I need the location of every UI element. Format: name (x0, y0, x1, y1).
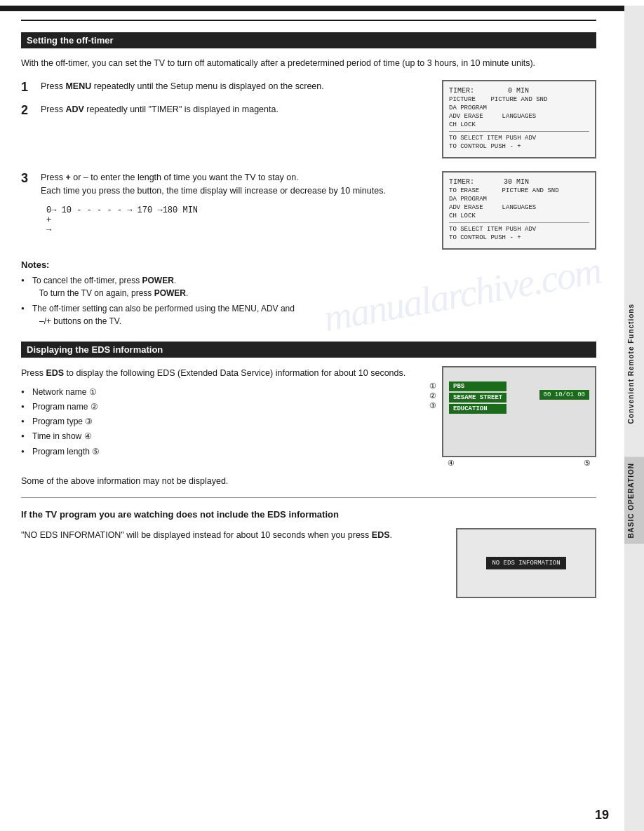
eds-list-1: Network name ① (21, 386, 431, 399)
page-number: 19 (595, 808, 609, 823)
top-bar (0, 6, 644, 11)
step-1-number: 1 (21, 80, 35, 95)
screen2-line2: TO ERASE PICTURE AND SND (449, 187, 589, 194)
eds-content-row: Press EDS to display the following EDS (… (21, 366, 596, 468)
screen2-divider (449, 222, 589, 223)
eds-sesame-label: SESAME STREET (449, 393, 507, 403)
eds-education-label: EDUCATION (449, 404, 507, 414)
arrow-row-2: + (46, 215, 431, 225)
step-3-number: 3 (21, 171, 35, 187)
steps-1-2-container: 1 Press MENU repeatedly until the Setup … (21, 80, 596, 158)
main-content: Setting the off-timer With the off-timer… (0, 6, 624, 612)
step-1-text: Press MENU repeatedly until the Setup me… (41, 80, 431, 93)
section-off-timer: Setting the off-timer With the off-timer… (21, 32, 596, 327)
ann-4: ④ (448, 459, 455, 468)
section-header-eds: Displaying the EDS information (21, 342, 596, 358)
some-note: Some of the above information may not be… (21, 476, 596, 486)
screen1-line8: TO CONTROL PUSH - + (449, 143, 589, 150)
step-3: 3 Press + or – to enter the length of ti… (21, 171, 431, 198)
eds-screen: PBS SESAME STREET EDUCATION 00 10/01 00 (442, 366, 596, 457)
eds-screen-container: ① ② ③ PBS SESAME STREET EDUCATION 00 10/… (442, 366, 596, 468)
step-3-container: 3 Press + or – to enter the length of ti… (21, 171, 596, 250)
eds-overlay: PBS SESAME STREET EDUCATION (449, 381, 507, 414)
tv-screen-1: TIMER: 0 MIN PICTURE PICTURE AND SND DA … (442, 80, 596, 158)
ann-1: ① (429, 381, 436, 391)
basic-tab-label: BASIC OPERATION (624, 457, 644, 544)
screen2-line5: CH LOCK (449, 212, 589, 219)
no-eds-text: "NO EDS INFORMATION" will be displayed i… (21, 528, 442, 542)
note-2: The off-timer setting can also be perfor… (21, 302, 596, 327)
section-header-off-timer: Setting the off-timer (21, 32, 596, 48)
eds-bottom-ann: ④ ⑤ (442, 457, 596, 468)
page-container: manualarchive.com Convenient Remote Func… (0, 6, 644, 831)
no-eds-section: If the TV program you are watching does … (21, 509, 596, 598)
no-eds-row: "NO EDS INFORMATION" will be displayed i… (21, 528, 596, 598)
screen1-line3: DA PROGRAM (449, 104, 589, 112)
step-3-bold1: + (65, 173, 70, 182)
no-eds-screen: NO EDS INFORMATION (456, 528, 596, 598)
steps-left: 1 Press MENU repeatedly until the Setup … (21, 80, 431, 158)
right-sidebar: Convenient Remote Functions BASIC OPERAT… (624, 6, 644, 831)
screen2-line3: DA PROGRAM (449, 196, 589, 203)
step-3-text-mid: or – to enter the length of time you wan… (41, 173, 386, 196)
eds-text: Press EDS to display the following EDS (… (21, 366, 431, 460)
note-1: To cancel the off-timer, press POWER. To… (21, 274, 596, 299)
step-1-text2: repeatedly until the Setup menu is displ… (91, 81, 323, 91)
no-eds-bold-eds: EDS (372, 530, 390, 540)
eds-list-4: Time in show ④ (21, 430, 431, 443)
step-2-text: Press ADV repeatedly until "TIMER" is di… (41, 103, 431, 116)
screen1-line1: TIMER: 0 MIN (449, 87, 589, 95)
step-2-text2: repeatedly until "TIMER" is displayed in… (84, 104, 279, 114)
screen2-line1: TIMER: 30 MIN (449, 178, 589, 186)
eds-pbs-label: PBS (449, 381, 507, 391)
section-eds: Displaying the EDS information Press EDS… (21, 342, 596, 598)
screen2-line7: TO SELECT ITEM PUSH ADV (449, 226, 589, 233)
notes-section: Notes: To cancel the off-timer, press PO… (21, 259, 596, 327)
step-1-bold: MENU (65, 81, 91, 91)
screen2-line4: ADV ERASE LANGUAGES (449, 204, 589, 211)
step-2-number: 2 (21, 103, 35, 119)
ann-3: ③ (429, 401, 436, 410)
screen1-divider (449, 131, 589, 132)
screen1-line7: TO SELECT ITEM PUSH ADV (449, 135, 589, 142)
step-2-bold: ADV (65, 104, 83, 114)
eds-list-2: Program name ② (21, 400, 431, 414)
eds-list-3: Program type ③ (21, 415, 431, 428)
section-divider (21, 497, 596, 498)
screen1-line2: PICTURE PICTURE AND SND (449, 96, 589, 103)
screen1-line4: ADV ERASE LANGUAGES (449, 113, 589, 120)
step-2: 2 Press ADV repeatedly until "TIMER" is … (21, 103, 431, 119)
step-1: 1 Press MENU repeatedly until the Setup … (21, 80, 431, 95)
step-3-left: 3 Press + or – to enter the length of ti… (21, 171, 431, 244)
no-eds-screen-text: NO EDS INFORMATION (486, 557, 565, 569)
step-3-text: Press + or – to enter the length of time… (41, 171, 431, 198)
convenient-tab-label: Convenient Remote Functions (624, 298, 644, 429)
tv-screen-2: TIMER: 30 MIN TO ERASE PICTURE AND SND D… (442, 171, 596, 250)
ann-2: ② (429, 391, 436, 400)
arrow-row-1: 0→ 10 - - - - - → 170 →180 MIN (46, 205, 431, 215)
eds-list-5: Program length ⑤ (21, 445, 431, 459)
ann-5: ⑤ (584, 459, 591, 468)
intro-text-off-timer: With the off-timer, you can set the TV t… (21, 57, 596, 70)
top-rule (21, 20, 596, 21)
arrow-diagram: 0→ 10 - - - - - → 170 →180 MIN + → (46, 205, 431, 235)
screen2-line8: TO CONTROL PUSH - + (449, 234, 589, 241)
no-eds-bold-header: If the TV program you are watching does … (21, 509, 596, 520)
eds-screen-wrapper: ① ② ③ PBS SESAME STREET EDUCATION 00 10/… (442, 366, 596, 468)
screen1-line5: CH LOCK (449, 121, 589, 128)
notes-title: Notes: (21, 259, 596, 270)
eds-time-block: 00 10/01 00 (539, 390, 589, 400)
arrow-row-3: → (46, 225, 431, 235)
